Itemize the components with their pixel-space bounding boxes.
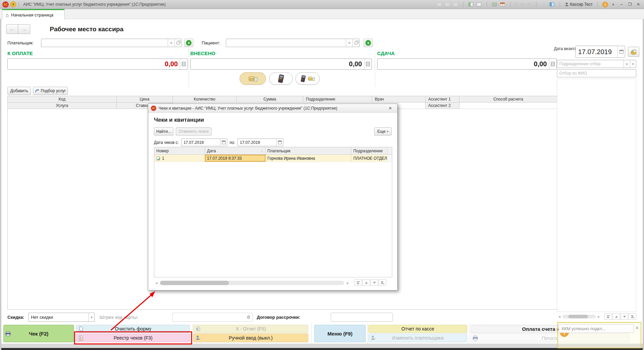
clear-field-icon[interactable]: ✕ [346,39,353,47]
change-payer-button[interactable]: Изменить плательщика [368,334,467,342]
go-prev-button[interactable] [362,279,370,286]
dialog-hscrollbar[interactable]: ◄ ► [155,281,349,285]
installment-input[interactable] [331,313,393,322]
load-visit-button[interactable] [628,47,639,57]
scrollbar-thumb[interactable] [568,315,588,318]
current-user[interactable]: Кассир Тест [565,2,593,7]
home-icon: ⌂ [6,12,9,17]
receipt-register-icon [77,336,85,341]
minimize-button[interactable]: – [618,2,625,7]
receipt-doc-icon [156,156,160,160]
go-next-button[interactable] [370,279,378,286]
calculator-icon[interactable] [492,2,497,7]
barcode-input[interactable]: 0 [172,313,253,322]
add-row-button[interactable]: Добавить [7,87,31,95]
discount-select[interactable]: Нет скидки ▾ [28,313,95,322]
calculator-icon[interactable] [364,59,371,69]
titlebar-more-icon[interactable]: ▾ [610,2,616,7]
paid-field[interactable]: 0,00 [190,59,372,70]
plus-icon: + [186,40,192,46]
zoom-icon[interactable]: ⌕ [541,2,547,7]
fio-filter-text[interactable] [557,70,636,77]
go-last-button[interactable] [629,313,636,320]
forward-button[interactable]: → [18,24,30,34]
go-last-button[interactable] [378,279,386,286]
find-button[interactable]: Найти... [154,127,173,135]
memory-plus-button[interactable]: M+ [520,3,525,6]
selected-cell[interactable]: 17.07.2019 9:37:33 [205,155,266,162]
add-link-icon[interactable] [468,2,474,7]
payer-input[interactable]: ✕ [41,39,182,47]
add-patient-button[interactable]: + [364,39,373,47]
memory-minus-button[interactable]: M- [527,3,531,6]
receipt-row[interactable]: 1 17.07.2019 9:37:33 Горнова Ирина Ивано… [154,155,392,162]
app-logo-1c[interactable]: 1С [2,1,9,8]
check-button[interactable]: Чек (F2) [3,325,74,342]
discount-label: Скидка: [7,315,24,320]
chevron-down-icon[interactable]: ▾ [623,60,630,68]
kkm-notification[interactable]: ККМ успешно подкл... [559,324,634,333]
receipts-header: Номер Дата ↓ Плательщик Подразделение [154,147,392,155]
go-first-button[interactable] [354,279,362,286]
back-button[interactable]: ← [6,24,18,34]
application-window: 1С ▾ АИС "ИМЦ: Учет платных услуг бюджет… [0,0,644,350]
cash-report-button[interactable]: Отчет по кассе [368,325,467,333]
choose-from-list-icon[interactable] [353,39,359,47]
chevron-down-icon[interactable]: ▾ [88,313,94,321]
change-field[interactable]: 0,00 [377,59,557,70]
calendar-icon[interactable] [276,139,283,146]
choose-from-list-icon[interactable] [174,39,181,47]
notification-close-icon[interactable]: ✕ [635,325,639,330]
clear-field-icon[interactable]: ✕ [168,39,174,47]
visits-hscrollbar[interactable]: ◄ ► [558,315,600,318]
receipts-table[interactable]: Номер Дата ↓ Плательщик Подразделение 1 [154,147,392,277]
receipt-register-button[interactable]: Реестр чеков (F3) [76,334,190,342]
x-report-button[interactable]: X - Отчет (F5) [193,325,308,333]
calendar-icon[interactable]: 31 [500,2,506,7]
calendar-icon[interactable] [220,139,227,146]
paid-label: ВНЕСЕНО [190,50,215,56]
visits-list[interactable] [557,79,636,312]
go-first-button[interactable] [604,313,612,320]
go-next-button[interactable] [620,313,628,320]
visit-date-field[interactable]: 17.07.2019 [575,46,625,58]
menu-button[interactable]: Меню (F9) [314,325,366,342]
division-filter-input[interactable]: ▾ ✕ [557,60,636,68]
dialog-close-icon[interactable]: ✕ [386,106,395,111]
division-filter-text[interactable] [557,60,623,68]
print-icon[interactable] [445,2,450,7]
clear-form-button[interactable]: Очистить форму [76,325,190,333]
pay-cash-button[interactable] [240,72,266,85]
clear-filter-icon[interactable]: ✕ [630,60,636,68]
pick-services-button[interactable]: Подбор услуг [33,87,68,95]
scrollbar-thumb[interactable] [160,281,229,285]
more-button[interactable]: Еще▾ [374,127,392,135]
memory-recall-button[interactable]: M [515,3,518,6]
info-icon[interactable]: i [602,2,608,7]
vertical-scrollbar[interactable] [387,147,392,154]
date-to-field[interactable]: 17.07.2019 [237,139,283,146]
patient-input[interactable]: ✕ [226,39,360,47]
tab-home[interactable]: ⌂ Начальная страница [2,9,65,20]
restore-button[interactable]: ❐ [627,2,633,7]
change-label: СДАЧА [377,50,395,56]
fio-filter-input[interactable] [557,69,636,77]
go-prev-button[interactable] [612,313,620,320]
calculator-icon[interactable] [180,59,187,69]
cancel-search-button[interactable]: Отменить поиск [176,127,211,135]
get-link-icon[interactable] [476,2,482,7]
add-payer-button[interactable]: + [184,39,193,47]
manual-input-button[interactable]: ? Ручной ввод (выкл.) [193,334,308,342]
calendar-icon[interactable] [617,46,625,57]
calculator-icon[interactable] [549,59,556,69]
pay-card-button[interactable] [269,72,293,85]
dialog-titlebar[interactable]: 1С Чеки и квитанции - АИС "ИМЦ: Учет пла… [148,104,397,113]
split-panels-icon[interactable] [549,2,555,7]
save-icon[interactable] [437,2,442,7]
close-button[interactable]: ✕ [635,2,641,7]
to-pay-field[interactable]: 0,00 [7,59,188,70]
pay-mixed-button[interactable] [295,72,320,85]
date-from-field[interactable]: 17.07.2019 [181,139,227,146]
main-menu-dropdown-icon[interactable]: ▾ [10,1,16,7]
print-preview-icon[interactable] [453,2,458,7]
